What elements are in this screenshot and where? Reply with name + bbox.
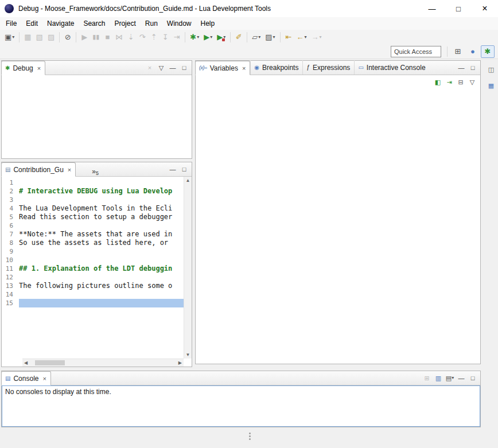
quick-access-input[interactable]	[391, 46, 441, 57]
scroll-down-icon[interactable]: ▼	[184, 351, 192, 359]
tab-contribution-guide[interactable]: ▤ Contribution_Gu ×	[1, 162, 76, 177]
minimize-debug-view-button[interactable]: —	[167, 62, 178, 73]
close-debug-tab[interactable]: ×	[37, 65, 41, 72]
line-text[interactable]: # Interactive DEBUG using Lua Develop	[19, 187, 184, 196]
ldt-perspective-button[interactable]: ●	[466, 45, 480, 58]
collapse-all-button[interactable]: ⊟	[455, 76, 466, 88]
use-step-filters-button[interactable]: ⇥	[171, 31, 182, 44]
line-text[interactable]: **Note:** The assets that are used in	[19, 230, 184, 239]
open-type-button[interactable]: ▱ ▾	[250, 31, 263, 44]
new-console-button[interactable]: ▤ ▾	[444, 372, 456, 384]
restore-view-button[interactable]: ◫	[485, 64, 497, 75]
line-number[interactable]: 9	[2, 247, 19, 256]
step-return-button[interactable]: ⇡	[148, 31, 159, 44]
line-text[interactable]: The following pictures outline some o	[19, 282, 184, 290]
line-text[interactable]	[19, 196, 184, 204]
line-number[interactable]: 7	[2, 230, 19, 239]
menu-search[interactable]: Search	[79, 18, 110, 29]
debug-perspective-button[interactable]: ✱	[481, 45, 495, 58]
menu-file[interactable]: File	[1, 18, 21, 29]
display-selected-console-button[interactable]: ▥	[433, 372, 444, 384]
drop-to-frame-button[interactable]: ↧	[159, 31, 171, 44]
line-number[interactable]: 6	[2, 221, 19, 230]
line-text[interactable]: ## 1. Explanation of the LDT debuggin	[19, 264, 184, 273]
tab-interactive-console[interactable]: ▭ Interactive Console	[354, 60, 429, 75]
step-into-button[interactable]: ⇣	[125, 31, 137, 44]
line-text[interactable]	[19, 256, 184, 264]
line-text[interactable]	[19, 273, 184, 282]
save-button[interactable]: ▦	[22, 31, 33, 44]
line-text[interactable]	[19, 221, 184, 230]
resume-button[interactable]: ▶	[79, 31, 90, 44]
menu-window[interactable]: Window	[162, 18, 196, 29]
line-text[interactable]	[19, 247, 184, 256]
close-window-button[interactable]: ×	[472, 0, 498, 17]
editor-vertical-scrollbar[interactable]: ▲ ▼	[184, 177, 192, 359]
scroll-left-icon[interactable]: ◀	[22, 359, 29, 367]
maximize-variables-view-button[interactable]: □	[467, 62, 478, 73]
remove-terminated-button[interactable]: ×	[144, 62, 155, 73]
external-tools-button[interactable]: ▶ ▾	[215, 31, 228, 44]
maximize-debug-view-button[interactable]: □	[178, 62, 190, 73]
line-number[interactable]: 12	[2, 273, 19, 282]
skip-all-breakpoints-button[interactable]: ⊘	[62, 31, 73, 44]
minimize-window-button[interactable]: —	[419, 0, 445, 17]
variables-view-menu-button[interactable]: ▽	[466, 76, 478, 88]
show-view-button[interactable]: ▦	[485, 80, 497, 91]
maximize-window-button[interactable]: □	[445, 0, 472, 17]
back-button[interactable]: ← ▾	[294, 31, 309, 44]
line-text[interactable]	[19, 290, 184, 299]
tab-variables[interactable]: (x)= Variables ×	[195, 61, 250, 75]
new-button[interactable]: ▣ ▾	[2, 31, 17, 44]
menu-run[interactable]: Run	[141, 18, 162, 29]
open-perspective-button[interactable]: ⊞	[451, 45, 465, 58]
sash-handle[interactable]	[249, 433, 251, 434]
line-text[interactable]: The Lua Development Tools in the Ecli	[19, 204, 184, 213]
horizontal-scrollbar-thumb[interactable]	[35, 360, 65, 365]
maximize-editor-button[interactable]: □	[178, 163, 190, 175]
maximize-console-button[interactable]: □	[467, 372, 478, 384]
show-logical-structure-button[interactable]: ◧	[432, 76, 443, 88]
tab-console[interactable]: ▤ Console ×	[1, 371, 51, 385]
line-number[interactable]: 2	[2, 187, 19, 196]
line-number[interactable]: 8	[2, 239, 19, 247]
tab-debug[interactable]: ✱ Debug ×	[1, 61, 45, 75]
line-text[interactable]	[19, 178, 184, 187]
tab-breakpoints[interactable]: ◉ Breakpoints	[250, 60, 302, 75]
line-text[interactable]	[19, 299, 184, 307]
step-over-button[interactable]: ↷	[137, 31, 148, 44]
editor-horizontal-scrollbar[interactable]: ◀ ▶	[22, 359, 184, 367]
line-number[interactable]: 5	[2, 213, 19, 221]
menu-help[interactable]: Help	[196, 18, 220, 29]
menu-edit[interactable]: Edit	[21, 18, 42, 29]
run-button[interactable]: ▶ ▾	[201, 31, 215, 44]
terminate-button[interactable]: ■	[102, 31, 113, 44]
line-number[interactable]: 11	[2, 264, 19, 273]
open-resource-button[interactable]: ▨ ▾	[263, 31, 277, 44]
line-number[interactable]: 4	[2, 204, 19, 213]
tab-expressions[interactable]: ƒ Expressions	[302, 60, 354, 75]
show-type-names-button[interactable]: ⇥	[443, 76, 455, 88]
save-all-button[interactable]: ▧	[34, 31, 45, 44]
menu-project[interactable]: Project	[110, 18, 140, 29]
hidden-editors-chevron[interactable]: » 5	[92, 165, 99, 176]
line-text[interactable]: So use the assets as listed here, or	[19, 239, 184, 247]
close-editor-tab[interactable]: ×	[68, 166, 71, 173]
debug-view-menu-button[interactable]: ▽	[155, 62, 167, 73]
line-number[interactable]: 13	[2, 282, 19, 290]
line-number[interactable]: 3	[2, 196, 19, 204]
scroll-up-icon[interactable]: ▲	[184, 177, 192, 184]
line-number[interactable]: 1	[2, 178, 19, 187]
open-console-button[interactable]: ⊞	[421, 372, 433, 384]
debug-button[interactable]: ✱ ▾	[188, 31, 201, 44]
scroll-right-icon[interactable]: ▶	[177, 359, 184, 367]
line-text[interactable]: Read this section to setup a debugger	[19, 213, 184, 221]
minimize-variables-view-button[interactable]: —	[456, 62, 467, 73]
close-variables-tab[interactable]: ×	[242, 65, 246, 72]
forward-button[interactable]: → ▾	[309, 31, 324, 44]
line-number[interactable]: 15	[2, 299, 19, 307]
print-button[interactable]: ▨	[45, 31, 57, 44]
open-wizard-button[interactable]: ✐	[233, 31, 244, 44]
line-number[interactable]: 14	[2, 290, 19, 299]
minimize-editor-button[interactable]: —	[167, 163, 178, 175]
